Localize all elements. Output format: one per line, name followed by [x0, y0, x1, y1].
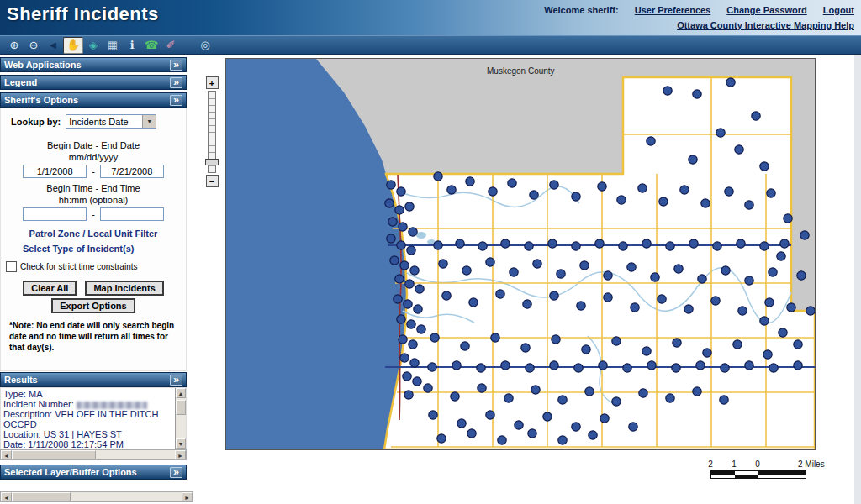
incident-marker[interactable] [452, 361, 461, 370]
zoom-out-button[interactable]: − [206, 175, 219, 187]
measure-grid-tool[interactable]: ▦ [103, 38, 122, 53]
identify-tool[interactable]: ℹ [123, 38, 141, 53]
incident-marker[interactable] [510, 268, 518, 276]
incident-marker[interactable] [434, 241, 442, 249]
incident-marker[interactable] [619, 242, 627, 250]
incident-marker[interactable] [617, 196, 626, 204]
user-preferences-link[interactable]: User Preferences [635, 5, 711, 15]
phone-tool[interactable]: ☎ [142, 38, 161, 53]
incident-marker[interactable] [442, 291, 451, 300]
incident-marker[interactable] [658, 295, 666, 303]
incident-marker[interactable] [725, 187, 733, 196]
scrollbar-thumb[interactable] [176, 400, 186, 415]
incident-marker[interactable] [631, 303, 639, 312]
incident-marker[interactable] [486, 411, 494, 419]
incident-marker[interactable] [414, 305, 422, 313]
incident-marker[interactable] [680, 186, 689, 194]
incident-marker[interactable] [531, 386, 540, 394]
results-vertical-scrollbar[interactable]: ▲ ▼ [175, 388, 186, 449]
page-vertical-scrollbar[interactable] [853, 55, 861, 504]
incident-marker[interactable] [397, 315, 405, 323]
incident-marker[interactable] [737, 239, 745, 248]
incident-marker[interactable] [647, 361, 656, 370]
incident-marker[interactable] [612, 397, 621, 406]
incident-marker[interactable] [530, 191, 538, 199]
incident-marker[interactable] [720, 396, 728, 404]
incident-marker[interactable] [477, 364, 485, 372]
begin-time-input[interactable] [23, 207, 87, 221]
incident-marker[interactable] [787, 303, 795, 312]
incident-marker[interactable] [552, 335, 560, 344]
incident-marker[interactable] [385, 199, 394, 207]
incident-marker[interactable] [598, 182, 606, 191]
incident-marker[interactable] [498, 436, 506, 444]
incident-marker[interactable] [525, 242, 533, 250]
chevron-down-icon[interactable]: » [170, 375, 182, 386]
incident-marker[interactable] [797, 271, 806, 280]
incident-marker[interactable] [469, 298, 478, 307]
zoom-out-tool[interactable]: ⊖ [24, 38, 43, 53]
sidebar-horizontal-scrollbar[interactable]: ◄ ► [0, 491, 193, 502]
lookup-by-select[interactable]: Incidents Date ▼ [66, 114, 156, 129]
incident-marker[interactable] [769, 364, 778, 372]
scrollbar-thumb[interactable] [12, 492, 71, 501]
incident-marker[interactable] [794, 361, 802, 370]
incident-marker[interactable] [501, 239, 510, 248]
incident-marker[interactable] [400, 354, 409, 362]
map-zoom-slider[interactable]: + − [204, 76, 219, 187]
incident-marker[interactable] [400, 261, 409, 270]
incident-marker[interactable] [451, 392, 459, 401]
incident-marker[interactable] [417, 325, 425, 333]
incident-marker[interactable] [745, 201, 753, 209]
incident-marker[interactable] [466, 177, 474, 186]
incident-marker[interactable] [806, 307, 815, 315]
incident-marker[interactable] [777, 252, 785, 260]
zoom-slider-track[interactable] [208, 91, 216, 173]
incident-marker[interactable] [399, 335, 407, 344]
incident-marker[interactable] [428, 363, 436, 371]
incident-marker[interactable] [760, 162, 769, 171]
incident-marker[interactable] [627, 263, 636, 271]
incident-marker[interactable] [521, 344, 530, 352]
incident-marker[interactable] [404, 300, 412, 308]
incident-marker[interactable] [550, 181, 558, 189]
incident-marker[interactable] [415, 285, 424, 293]
scroll-up-arrow-icon[interactable]: ▲ [176, 388, 186, 398]
incident-marker[interactable] [711, 297, 720, 305]
incident-marker[interactable] [501, 361, 510, 370]
incident-marker[interactable] [696, 361, 705, 370]
incident-marker[interactable] [745, 276, 753, 285]
incident-marker[interactable] [461, 342, 469, 350]
end-time-input[interactable] [100, 207, 164, 221]
scrollbar-track[interactable] [176, 398, 186, 438]
incident-marker[interactable] [557, 270, 565, 278]
patrol-zone-filter-link[interactable]: Patrol Zone / Local Unit Filter [1, 228, 186, 239]
incident-marker[interactable] [572, 423, 580, 431]
incident-marker[interactable] [651, 273, 659, 281]
incident-marker[interactable] [767, 189, 775, 197]
chevron-down-icon[interactable]: » [170, 467, 182, 478]
incident-marker[interactable] [390, 256, 399, 265]
incident-marker[interactable] [437, 434, 446, 443]
incident-marker[interactable] [543, 412, 552, 421]
clear-all-button[interactable]: Clear All [23, 281, 77, 296]
scroll-down-arrow-icon[interactable]: ▼ [176, 438, 186, 449]
incident-marker[interactable] [765, 298, 774, 307]
incident-marker[interactable] [407, 246, 415, 255]
incident-marker[interactable] [800, 231, 809, 239]
incident-marker[interactable] [663, 87, 672, 95]
incident-marker[interactable] [528, 429, 536, 438]
map-incidents-button[interactable]: Map Incidents [85, 281, 163, 296]
incident-marker[interactable] [399, 223, 407, 231]
scroll-right-arrow-icon[interactable]: ► [175, 450, 186, 459]
incident-marker[interactable] [404, 391, 413, 399]
incident-marker[interactable] [689, 155, 697, 164]
incident-marker[interactable] [769, 268, 777, 276]
incident-marker[interactable] [533, 260, 541, 268]
strict-time-checkbox[interactable] [6, 261, 17, 272]
dropdown-arrow-icon[interactable]: ▼ [142, 115, 156, 128]
scrollbar-thumb[interactable] [12, 450, 96, 459]
incident-marker[interactable] [693, 387, 701, 396]
incident-marker[interactable] [738, 307, 747, 315]
incident-marker[interactable] [599, 361, 607, 370]
